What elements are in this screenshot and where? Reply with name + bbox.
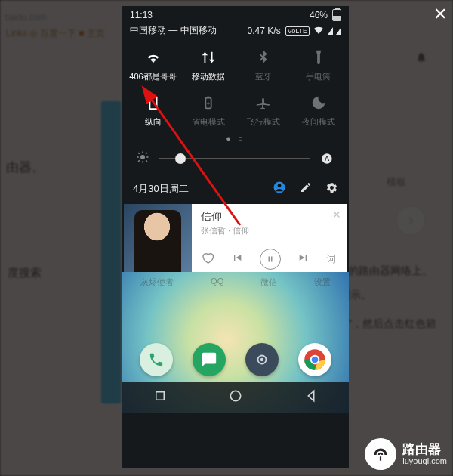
qs-tile-label: 406都是哥哥 bbox=[129, 71, 176, 82]
status-bar: 11:13 46% bbox=[122, 6, 349, 21]
quick-settings-tiles: 406都是哥哥移动数据蓝牙手电筒纵向+省电模式飞行模式夜间模式 bbox=[122, 43, 349, 129]
bg-text-1: 由器。 bbox=[6, 159, 45, 176]
qs-tile-label: 蓝牙 bbox=[255, 71, 272, 82]
svg-line-9 bbox=[138, 153, 140, 154]
qs-tile-plane[interactable]: 飞行模式 bbox=[236, 93, 291, 128]
carrier-text: 中国移动 — 中国移动 bbox=[130, 24, 217, 37]
svg-text:A: A bbox=[325, 155, 330, 162]
browser-address-fragment: baidu.com bbox=[5, 12, 46, 23]
plane-icon bbox=[254, 93, 273, 113]
wifi-icon bbox=[143, 48, 163, 67]
qs-tile-label: 移动数据 bbox=[192, 71, 225, 82]
qs-tile-battery[interactable]: +省电模式 bbox=[180, 93, 236, 128]
nav-recent-icon[interactable] bbox=[153, 389, 167, 406]
next-circle-button[interactable] bbox=[396, 206, 426, 236]
svg-point-18 bbox=[260, 358, 263, 361]
qs-tile-label: 夜间模式 bbox=[302, 116, 335, 128]
svg-point-16 bbox=[278, 184, 282, 187]
qs-tile-wifi[interactable]: 406都是哥哥 bbox=[125, 48, 180, 82]
qs-tile-bt[interactable]: 蓝牙 bbox=[236, 48, 291, 82]
dismiss-icon[interactable]: ✕ bbox=[332, 209, 341, 221]
qs-tile-portrait[interactable]: 纵向 bbox=[125, 93, 180, 128]
home-wallpaper: 灰烬使者 QQ 微信 设置 bbox=[122, 272, 349, 413]
app-label: QQ bbox=[211, 277, 223, 288]
battery-icon: + bbox=[199, 93, 218, 113]
svg-point-4 bbox=[140, 155, 145, 159]
portrait-icon bbox=[143, 93, 163, 113]
lyrics-button[interactable]: 词 bbox=[326, 252, 336, 266]
wifi-icon bbox=[314, 26, 323, 35]
phone-app-icon[interactable] bbox=[140, 343, 173, 376]
date-row: 4月30日周二 bbox=[122, 175, 349, 204]
svg-line-10 bbox=[146, 160, 147, 162]
volte-badge: VoLTE bbox=[285, 26, 310, 36]
music-notification[interactable]: 信仰 张信哲 · 信仰 ✕ 词 bbox=[124, 204, 347, 272]
svg-text:+: + bbox=[206, 100, 210, 107]
net-speed: 0.47 K/s bbox=[248, 26, 281, 36]
bg-text-2: 度搜索 bbox=[8, 266, 42, 280]
carrier-row: 中国移动 — 中国移动 0.47 K/s VoLTE bbox=[122, 21, 349, 43]
camera-app-icon[interactable] bbox=[245, 343, 279, 376]
svg-line-11 bbox=[138, 160, 140, 162]
svg-rect-22 bbox=[156, 392, 164, 400]
messages-app-icon[interactable] bbox=[193, 343, 226, 376]
brightness-low-icon bbox=[136, 150, 149, 167]
qs-tile-label: 纵向 bbox=[145, 116, 162, 128]
date-text: 4月30日周二 bbox=[133, 182, 189, 196]
bg-template-label: 模板 bbox=[387, 175, 406, 189]
music-title: 信仰 bbox=[201, 210, 340, 224]
watermark-url: luyouqi.com bbox=[402, 456, 447, 466]
auto-brightness-icon[interactable]: A bbox=[319, 150, 335, 167]
data-icon bbox=[199, 48, 218, 67]
svg-rect-0 bbox=[149, 97, 156, 110]
album-art bbox=[124, 204, 192, 272]
phone-frame: 11:13 46% 中国移动 — 中国移动 0.47 K/s VoLTE 406… bbox=[122, 6, 349, 468]
qs-tile-torch[interactable]: 手电筒 bbox=[291, 48, 346, 82]
signal-icon bbox=[328, 27, 333, 35]
moon-icon bbox=[309, 93, 328, 113]
bg-text-3: 的路由器网络上。 bbox=[348, 264, 442, 278]
status-time: 11:13 bbox=[130, 10, 153, 20]
heart-icon[interactable] bbox=[201, 251, 214, 267]
app-label: 灰烬使者 bbox=[140, 277, 174, 288]
svg-point-21 bbox=[312, 357, 319, 363]
watermark-title: 路由器 bbox=[402, 442, 447, 457]
nav-home-icon[interactable] bbox=[228, 388, 243, 406]
user-icon[interactable] bbox=[273, 181, 286, 196]
app-label: 微信 bbox=[260, 277, 277, 288]
battery-percent: 46% bbox=[310, 10, 328, 20]
qs-tile-data[interactable]: 移动数据 bbox=[180, 48, 236, 82]
bell-icon bbox=[415, 51, 427, 63]
edit-icon[interactable] bbox=[300, 181, 312, 196]
bt-icon bbox=[254, 48, 273, 67]
qs-tile-moon[interactable]: 夜间模式 bbox=[291, 93, 346, 128]
battery-icon bbox=[332, 9, 341, 21]
qs-tile-label: 飞行模式 bbox=[247, 116, 280, 128]
brightness-row: A bbox=[122, 150, 349, 175]
nav-bar bbox=[122, 382, 349, 413]
signal-icon bbox=[336, 27, 341, 35]
svg-line-12 bbox=[146, 153, 147, 154]
svg-point-23 bbox=[230, 391, 240, 400]
qs-tile-label: 省电模式 bbox=[192, 116, 225, 128]
app-label: 设置 bbox=[314, 277, 331, 288]
close-icon[interactable]: ✕ bbox=[433, 5, 447, 24]
bookmarks-bar-fragment: Links ◎ 百度一下 ■ 主页 bbox=[6, 27, 105, 40]
brightness-slider[interactable] bbox=[159, 158, 310, 159]
torch-icon bbox=[309, 48, 328, 67]
svg-rect-2 bbox=[207, 97, 210, 98]
watermark: 路由器 luyouqi.com bbox=[365, 438, 447, 470]
watermark-logo-icon bbox=[365, 438, 396, 470]
music-subtitle: 张信哲 · 信仰 bbox=[201, 225, 340, 236]
sidebar-accent bbox=[101, 101, 121, 403]
play-pause-icon[interactable] bbox=[260, 249, 281, 270]
bg-text-5: "，然后点击红色箭 bbox=[348, 317, 442, 331]
prev-track-icon[interactable] bbox=[231, 252, 243, 267]
settings-gear-icon[interactable] bbox=[325, 181, 338, 196]
page-indicator: ● ○ bbox=[122, 129, 349, 150]
nav-back-icon[interactable] bbox=[304, 389, 318, 406]
next-track-icon[interactable] bbox=[297, 252, 310, 267]
qs-tile-label: 手电筒 bbox=[306, 71, 331, 82]
chrome-app-icon[interactable] bbox=[298, 343, 331, 376]
